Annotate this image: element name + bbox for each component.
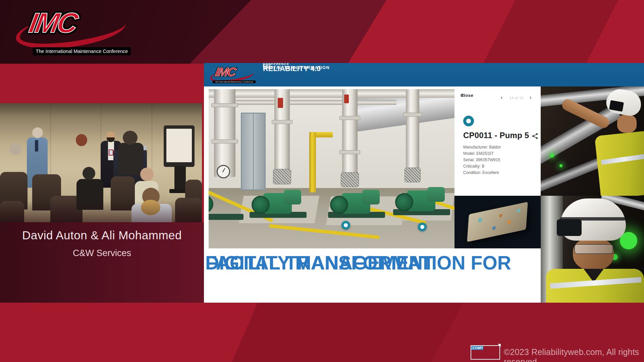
facility-app-screenshot (209, 89, 454, 248)
facility-3d-model-thumbnail[interactable] (454, 196, 541, 248)
logo-cell: .COM (471, 346, 481, 350)
indicator-light (559, 164, 562, 167)
reliabilityweb-logo: RELIA BILITY WEB .COM (471, 345, 500, 360)
braided-connector (273, 169, 291, 184)
asset-detail-row: Model: EM2515T (463, 151, 537, 156)
worker-face (617, 115, 637, 133)
wall-seam (152, 103, 152, 177)
pump-volute (330, 196, 348, 214)
audience-head (9, 143, 21, 155)
presenter-lanyard (35, 140, 38, 152)
helmet-mounted-device (557, 219, 582, 236)
asset-title: CP0011 - Pump 5 (463, 131, 530, 140)
pump-motor (284, 190, 301, 204)
asset-tag-marker[interactable] (341, 221, 350, 230)
pipe-flange (403, 113, 422, 117)
flipchart-stand (174, 166, 186, 190)
pipe-flange (339, 150, 360, 154)
indicator-light (550, 154, 554, 158)
pipe-flange (211, 139, 238, 143)
asset-detail-row: Serial: 39K057W915 (463, 158, 537, 162)
3d-model-render (467, 202, 528, 242)
presenter-badge (109, 149, 113, 156)
logo-arrow-notch (498, 344, 501, 347)
pipe-flange (272, 120, 292, 124)
imc-logo: IMC The International Maintenance Confer… (17, 5, 133, 58)
wall-seam (50, 103, 51, 177)
audience-head (76, 134, 87, 146)
braided-connector (341, 172, 359, 187)
pump-volute (395, 193, 413, 211)
asset-detail-panel: ✕ Close ‹ 14 of 15 › CP0011 - Pump 5 Man… (454, 89, 541, 196)
video-frame: IMC The International Maintenance Confer… (0, 0, 644, 362)
asset-tag-icon (463, 116, 474, 126)
braided-connector (405, 168, 421, 182)
presentation-slide: ✕ Close ‹ 14 of 15 › CP0011 - Pump 5 Man… (204, 86, 541, 303)
slide-title-line2: FACILITY MANAGEMENT (205, 250, 434, 276)
pager-label: 14 of 15 (505, 96, 528, 100)
imc-logo-text: IMC (214, 65, 236, 79)
imc-tagline: The International Maintenance Conference (33, 47, 131, 55)
vertical-pipe (214, 89, 235, 177)
yellow-pipe (309, 132, 316, 192)
slide-header-bar: IMC The International Maintenance Confer… (204, 63, 644, 86)
worker-face (573, 238, 614, 271)
vertical-pipe (406, 89, 419, 169)
worker-photo-top (541, 86, 644, 196)
copyright-text: ©2023 Reliabilityweb.com, All rights res… (504, 347, 639, 362)
asset-detail-row: Criticality: B (463, 164, 537, 169)
imc-tagline-small: The International Maintenance Conference (213, 80, 256, 83)
next-arrow-icon[interactable]: › (530, 95, 531, 101)
flipchart-paper (166, 129, 192, 162)
plant-doors (241, 113, 266, 190)
red-valve (344, 95, 349, 103)
pipe-flange (339, 116, 360, 120)
close-label: Close (461, 93, 473, 98)
pump-volute (252, 196, 270, 214)
asset-detail-row: Condition: Excellent (463, 170, 537, 175)
header-imc-logo: IMC The International Maintenance Confer… (210, 64, 260, 85)
photo-vignette (0, 201, 202, 222)
presenter-head (32, 127, 43, 138)
door-split (253, 114, 254, 189)
pump-motor (362, 190, 380, 204)
prev-arrow-icon[interactable]: ‹ (501, 95, 502, 101)
share-icon[interactable] (532, 133, 538, 139)
flipchart-board (164, 125, 195, 167)
pipe-flange (211, 103, 238, 107)
pump-base (209, 214, 244, 220)
worker-photo-bottom (541, 196, 644, 303)
conference-room-photo: IMC (0, 103, 202, 222)
asset-detail-row: Manufacturer: Baldor (463, 145, 537, 149)
asset-tag-marker[interactable] (418, 223, 427, 231)
audience-person (118, 143, 144, 175)
horizontal-pipe (222, 100, 396, 105)
pressure-gauge (217, 165, 230, 178)
audience-head (123, 131, 138, 145)
presenter-names: David Auton & Ali Mohammed (0, 229, 204, 242)
audience-head (83, 167, 95, 180)
audience-head (140, 168, 154, 181)
presenter-company: C&W Services (0, 248, 204, 258)
imc-logo-text: IMC (26, 7, 79, 39)
safety-glasses (574, 244, 613, 254)
edition-text: CONFERENCE EAST (263, 62, 289, 69)
red-valve (278, 98, 283, 108)
pump-motor (427, 187, 445, 202)
